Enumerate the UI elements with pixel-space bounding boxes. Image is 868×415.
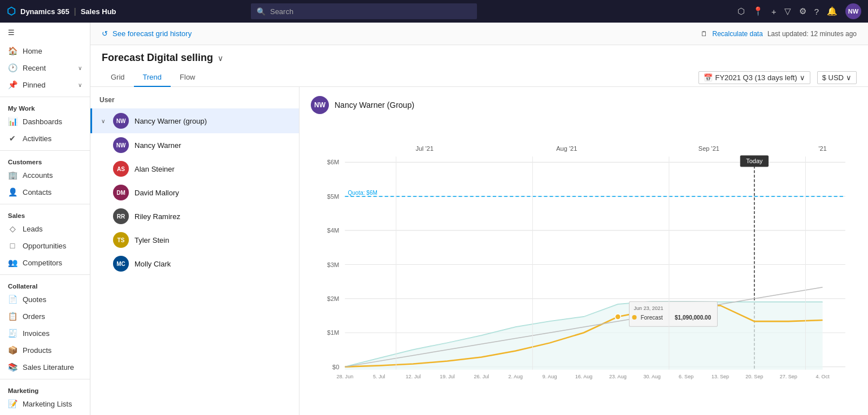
cortana-icon[interactable]: ⬡ — [737, 6, 745, 16]
chart-user-name: Nancy Warner (Group) — [335, 101, 414, 110]
svg-text:Sep '21: Sep '21 — [698, 145, 719, 152]
sidebar-item-opportunities[interactable]: □ Opportunities — [0, 237, 90, 254]
period-label: FY2021 Q3 (13 days left) — [715, 73, 797, 82]
forecast-history-link[interactable]: ↺ See forecast grid history — [102, 29, 192, 38]
user-list-header: User — [90, 94, 299, 108]
svg-text:26. Jul: 26. Jul — [474, 374, 489, 379]
svg-text:23. Aug: 23. Aug — [609, 374, 627, 379]
filter-icon[interactable]: ▽ — [784, 6, 791, 16]
recalculate-button[interactable]: Recalculate data — [712, 30, 762, 38]
user-name-molly: Molly Clark — [134, 260, 171, 268]
sidebar-label-quotes: Quotes — [23, 295, 46, 304]
notification-icon[interactable]: 🔔 — [827, 6, 837, 16]
user-avatar-tyler: TS — [113, 232, 129, 248]
sidebar-item-products[interactable]: 📦 Products — [0, 342, 90, 359]
sidebar-item-invoices[interactable]: 🧾 Invoices — [0, 325, 90, 342]
chart-user-header: NW Nancy Warner (Group) — [311, 96, 857, 114]
currency-chevron-icon: ∨ — [846, 73, 852, 82]
collateral-label: Collateral — [0, 278, 90, 291]
sidebar-item-activities[interactable]: ✔ Activities — [0, 130, 90, 147]
tab-flow[interactable]: Flow — [171, 68, 204, 87]
svg-text:4. Oct: 4. Oct — [816, 374, 830, 379]
sidebar-label-orders: Orders — [23, 312, 45, 321]
svg-point-42 — [632, 315, 637, 320]
page-title-row: Forecast Digital selling ∨ — [102, 52, 857, 64]
period-selector[interactable]: 📅 FY2021 Q3 (13 days left) ∨ — [698, 71, 810, 84]
pinned-chevron-icon: ∨ — [78, 82, 82, 88]
sidebar-label-competitors: Competitors — [23, 259, 62, 267]
sidebar-item-marketing-lists[interactable]: 📝 Marketing Lists — [0, 395, 90, 412]
sidebar-item-leads[interactable]: ◇ Leads — [0, 220, 90, 237]
sidebar-label-contacts: Contacts — [23, 188, 51, 196]
period-chevron-icon: ∨ — [800, 73, 805, 82]
sidebar-label-activities: Activities — [23, 134, 51, 143]
user-avatar[interactable]: NW — [845, 3, 861, 19]
user-item-riley-ramirez[interactable]: RR Riley Ramirez — [90, 204, 299, 228]
app-brand: ⬡ Dynamics 365 | Sales Hub — [7, 5, 116, 18]
group-chevron-icon: ∨ — [101, 118, 105, 124]
sidebar-label-accounts: Accounts — [23, 171, 53, 180]
sidebar-item-pinned[interactable]: 📌 Pinned ∨ — [0, 76, 90, 93]
tab-grid[interactable]: Grid — [102, 68, 134, 87]
page-header: Forecast Digital selling ∨ — [90, 45, 868, 68]
currency-selector[interactable]: $ USD ∨ — [817, 71, 857, 84]
new-icon[interactable]: + — [771, 7, 776, 16]
quotes-icon: 📄 — [8, 295, 17, 304]
search-placeholder: Search — [270, 7, 293, 16]
user-item-nancy-warner[interactable]: NW Nancy Warner — [90, 133, 299, 157]
user-item-alan-steiner[interactable]: AS Alan Steiner — [90, 157, 299, 181]
sidebar-item-contacts[interactable]: 👤 Contacts — [0, 184, 90, 200]
svg-text:$2M: $2M — [327, 295, 340, 302]
user-name-alan: Alan Steiner — [134, 165, 175, 173]
page-title-dropdown-icon[interactable]: ∨ — [218, 54, 223, 63]
svg-text:2. Aug: 2. Aug — [508, 374, 523, 379]
sidebar-item-home[interactable]: 🏠 Home — [0, 42, 90, 59]
user-list-panel: User ∨ NW Nancy Warner (group) NW Nancy … — [90, 87, 300, 415]
user-item-molly-clark[interactable]: MC Molly Clark — [90, 252, 299, 276]
sidebar-label-marketing-lists: Marketing Lists — [23, 400, 72, 408]
sidebar-item-competitors[interactable]: 👥 Competitors — [0, 254, 90, 271]
user-name-riley: Riley Ramirez — [134, 212, 180, 221]
marketing-label: Marketing — [0, 383, 90, 395]
sidebar-label-leads: Leads — [23, 225, 42, 233]
chart-user-avatar: NW — [311, 96, 329, 114]
hub-label: Sales Hub — [81, 7, 116, 16]
user-group-nancy-warner[interactable]: ∨ NW Nancy Warner (group) — [90, 108, 299, 133]
sidebar-item-orders[interactable]: 📋 Orders — [0, 308, 90, 325]
user-item-david-mallory[interactable]: DM David Mallory — [90, 181, 299, 204]
svg-text:28. Jun: 28. Jun — [337, 374, 354, 379]
pinned-icon: 📌 — [8, 80, 17, 89]
sidebar-item-quotes[interactable]: 📄 Quotes — [0, 291, 90, 308]
dashboards-icon: 📊 — [8, 117, 17, 126]
sidebar-divider-2 — [0, 150, 90, 151]
main-content: User ∨ NW Nancy Warner (group) NW Nancy … — [90, 87, 868, 415]
sidebar-label-home: Home — [23, 47, 42, 55]
recalculate-icon: 🗒 — [701, 30, 708, 38]
sidebar-item-recent[interactable]: 🕐 Recent ∨ — [0, 59, 90, 76]
tabs-row: Grid Trend Flow 📅 FY2021 Q3 (13 days lef… — [90, 68, 868, 87]
svg-text:6. Sep: 6. Sep — [679, 374, 693, 379]
sidebar-divider-1 — [0, 97, 90, 97]
user-item-tyler-stein[interactable]: TS Tyler Stein — [90, 228, 299, 252]
sidebar-label-pinned: Pinned — [23, 81, 45, 89]
settings-icon[interactable]: ⚙ — [799, 6, 806, 16]
brand-separator: | — [74, 7, 76, 16]
calendar-icon: 📅 — [704, 73, 713, 82]
accounts-icon: 🏢 — [8, 171, 17, 180]
activities-icon: ✔ — [8, 134, 17, 143]
sidebar-label-opportunities: Opportunities — [23, 242, 66, 250]
tab-trend[interactable]: Trend — [134, 68, 171, 87]
search-bar[interactable]: 🔍 Search — [251, 3, 477, 19]
sidebar-item-dashboards[interactable]: 📊 Dashboards — [0, 113, 90, 130]
recent-chevron-icon: ∨ — [78, 65, 82, 71]
sidebar-item-accounts[interactable]: 🏢 Accounts — [0, 167, 90, 184]
help-icon[interactable]: ? — [814, 7, 819, 16]
sidebar-item-sales-literature[interactable]: 📚 Sales Literature — [0, 359, 90, 375]
content-area: ↺ See forecast grid history 🗒 Recalculat… — [90, 23, 868, 415]
svg-text:12. Jul: 12. Jul — [406, 374, 421, 379]
location-icon[interactable]: 📍 — [753, 6, 763, 16]
content-topbar: ↺ See forecast grid history 🗒 Recalculat… — [90, 23, 868, 45]
user-name-david: David Mallory — [134, 189, 179, 197]
last-updated-text: Last updated: 12 minutes ago — [767, 30, 857, 38]
hamburger-menu[interactable]: ☰ — [0, 23, 90, 42]
